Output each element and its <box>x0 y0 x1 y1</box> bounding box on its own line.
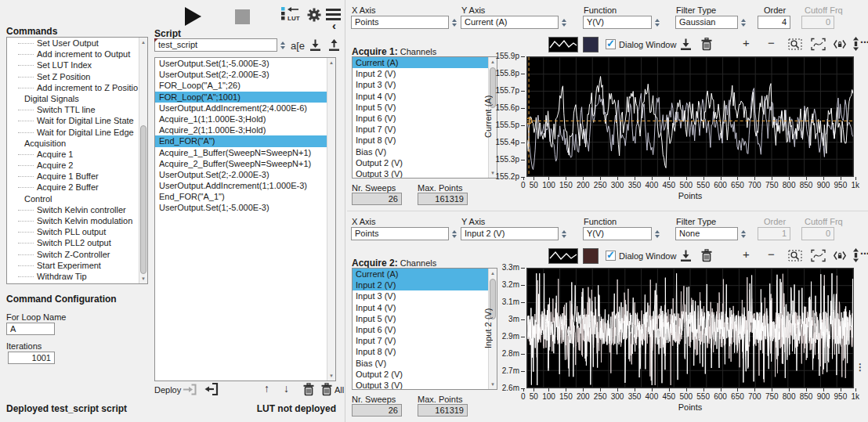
dialog-window-checkbox[interactable] <box>606 39 616 49</box>
chart-more-handle-icon[interactable]: ⋮ <box>855 362 865 373</box>
save-script-icon[interactable] <box>309 38 322 53</box>
clear-plot-icon[interactable] <box>700 38 713 52</box>
more-options-icon[interactable]: ... <box>860 33 868 45</box>
command-item[interactable]: Acquisition <box>7 138 139 149</box>
zoom-out-icon[interactable]: − <box>768 36 775 49</box>
filter-type-select[interactable]: Gaussian <box>675 16 738 29</box>
channel-item[interactable]: Input 7 (V) <box>353 124 488 135</box>
export-data-icon[interactable] <box>679 249 693 264</box>
script-name-input[interactable]: test_script <box>154 38 277 52</box>
command-item[interactable]: Wait for Digital Line State <box>7 115 139 126</box>
scroll-down-icon[interactable]: ▼ <box>139 274 147 283</box>
collapse-chevron-icon[interactable]: ‹ <box>332 19 336 32</box>
plot-style-button[interactable] <box>548 37 578 52</box>
command-item[interactable]: Wait for Digital Line Edge <box>7 127 139 138</box>
chart-plot-area[interactable] <box>526 56 854 177</box>
script-line[interactable]: UserOutput.AddIncrement(1;1.000E-3) <box>155 180 327 191</box>
delete-line-icon[interactable] <box>302 383 315 398</box>
command-item[interactable]: Switch TTL line <box>7 104 139 115</box>
for-loop-name-input[interactable]: A <box>6 323 55 335</box>
channel-item[interactable]: Input 4 (V) <box>353 302 488 313</box>
order-field[interactable]: 4 <box>758 16 790 29</box>
channel-item[interactable]: Input 2 (V) <box>353 280 488 290</box>
cursor-tool-icon[interactable] <box>852 248 859 264</box>
x-axis-spinner[interactable] <box>450 16 458 29</box>
scrollbar-thumb[interactable] <box>140 125 146 274</box>
channel-item[interactable]: Input 8 (V) <box>353 346 488 357</box>
settings-gear-icon[interactable] <box>306 6 323 23</box>
clear-plot-icon[interactable] <box>700 249 713 264</box>
load-script-icon[interactable] <box>327 38 341 53</box>
script-line[interactable]: Acquire_2(1;1.000E-3;Hold) <box>155 124 327 135</box>
plot-color-swatch[interactable] <box>583 37 599 52</box>
script-line[interactable]: UserOutput.Set(1;-5.000E-3) <box>155 202 327 213</box>
command-item[interactable]: Acquire 1 Buffer <box>7 171 139 182</box>
channel-item[interactable]: Output 2 (V) <box>353 157 488 168</box>
channel-item[interactable]: Output 3 (V) <box>353 168 488 179</box>
scroll-up-icon[interactable]: ▲ <box>139 38 147 47</box>
scroll-up-icon[interactable]: ▲ <box>327 58 335 67</box>
script-line[interactable]: Acquire_1_Buffer(SweepN=SweepN+1) <box>155 147 327 158</box>
channel-item[interactable]: Current (A) <box>353 269 488 280</box>
x-axis-spinner[interactable] <box>450 227 458 240</box>
command-item[interactable]: Switch Z-Controller <box>7 249 139 260</box>
y-axis-spinner[interactable] <box>560 16 568 29</box>
zoom-select-icon[interactable] <box>788 249 803 264</box>
command-item[interactable]: Acquire 1 <box>7 149 139 160</box>
x-axis-select[interactable]: Points <box>351 227 449 240</box>
cursor-tool-icon[interactable] <box>852 37 859 52</box>
rename-icon[interactable]: a[e <box>291 40 305 52</box>
script-line[interactable]: End_FOR("A") <box>155 135 327 146</box>
channel-item[interactable]: Input 7 (V) <box>353 335 488 346</box>
channel-item[interactable]: Input 3 (V) <box>353 79 488 90</box>
delete-all-icon[interactable] <box>320 383 333 398</box>
filter-type-spinner[interactable] <box>740 227 747 240</box>
function-select[interactable]: Y(V) <box>583 16 652 29</box>
command-item[interactable]: Add increment to Z Positio <box>7 82 139 93</box>
command-item[interactable]: Withdraw Tip <box>7 271 139 282</box>
dialog-window-checkbox[interactable] <box>606 251 616 261</box>
command-item[interactable]: Digital Signals <box>7 93 139 104</box>
command-item[interactable]: Start Experiment <box>7 260 139 271</box>
command-item[interactable]: Switch Kelvin controller <box>7 204 139 215</box>
channel-item[interactable]: Input 2 (V) <box>353 68 488 79</box>
plot-color-swatch[interactable] <box>583 248 599 264</box>
export-data-icon[interactable] <box>679 38 693 52</box>
play-button[interactable] <box>185 7 201 26</box>
script-name-spinner[interactable] <box>279 38 287 52</box>
iterations-input[interactable]: 1001 <box>8 352 55 364</box>
filter-type-select[interactable]: None <box>675 227 738 240</box>
script-line[interactable]: End_FOR("A_1") <box>155 191 327 202</box>
autoscale-icon[interactable] <box>811 38 826 52</box>
script-line[interactable]: UserOutput.AddIncrement(2;4.000E-6) <box>155 103 327 114</box>
command-item[interactable]: Control <box>7 193 139 204</box>
lut-deploy-icon[interactable]: LUT <box>280 5 302 24</box>
command-item[interactable]: Set User Output <box>7 38 139 49</box>
channel-item[interactable]: Output 2 (V) <box>353 369 488 380</box>
command-item[interactable]: Set LUT Index <box>7 60 139 70</box>
command-item[interactable]: Switch PLL output <box>7 226 139 237</box>
autoscale-icon[interactable] <box>811 249 826 264</box>
plot-style-button[interactable] <box>548 248 578 264</box>
scale-lock-icon[interactable] <box>833 251 847 262</box>
zoom-in-icon[interactable]: + <box>743 247 750 261</box>
menu-icon[interactable] <box>326 9 341 11</box>
deploy-icon[interactable] <box>203 382 219 398</box>
scale-lock-icon[interactable] <box>833 39 847 51</box>
channel-item[interactable]: Input 3 (V) <box>353 290 488 301</box>
script-line[interactable]: UserOutput.Set(2;-2.000E-3) <box>155 169 327 180</box>
filter-type-spinner[interactable] <box>740 16 747 29</box>
y-axis-select[interactable]: Current (A) <box>461 16 559 29</box>
zoom-select-icon[interactable] <box>788 38 803 52</box>
channel-item[interactable]: Input 5 (V) <box>353 102 488 113</box>
stop-button[interactable] <box>235 9 250 24</box>
function-select[interactable]: Y(V) <box>583 227 652 240</box>
script-line[interactable]: UserOutput.Set(2;-2.000E-3) <box>155 69 327 80</box>
channel-item[interactable]: Bias (V) <box>353 146 488 157</box>
command-item[interactable]: Acquire 2 <box>7 160 139 171</box>
script-line[interactable]: Acquire_2_Buffer(SweepN=SweepN+1) <box>155 158 327 169</box>
channel-item[interactable]: Input 5 (V) <box>353 313 488 324</box>
script-line[interactable]: UserOutput.Set(1;-5.000E-3) <box>155 58 327 69</box>
channel-item[interactable]: Input 6 (V) <box>353 113 488 124</box>
y-axis-spinner[interactable] <box>560 227 568 240</box>
